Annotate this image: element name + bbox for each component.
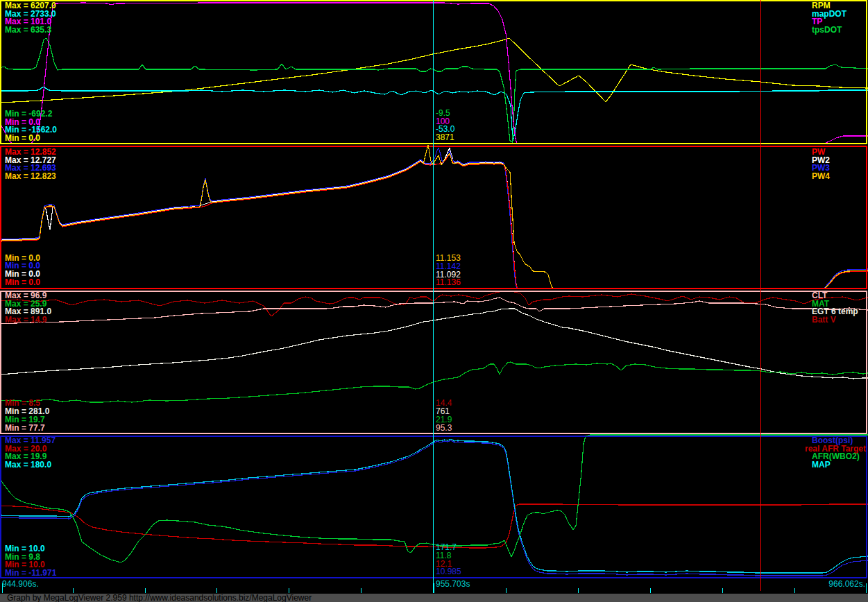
svg-text:MAP: MAP bbox=[812, 460, 831, 470]
svg-text:Max = 14.9: Max = 14.9 bbox=[5, 315, 47, 325]
svg-text:95.3: 95.3 bbox=[436, 423, 452, 433]
svg-text:Max = 12.823: Max = 12.823 bbox=[5, 171, 56, 181]
svg-text:3871: 3871 bbox=[436, 132, 454, 142]
svg-text:10.985: 10.985 bbox=[436, 567, 461, 576]
svg-text:Max = 180.0: Max = 180.0 bbox=[5, 460, 51, 470]
svg-text:Min = 77.7: Min = 77.7 bbox=[5, 423, 45, 433]
svg-text:PW4: PW4 bbox=[812, 171, 830, 181]
svg-text:955.703s: 955.703s bbox=[436, 579, 470, 589]
svg-text:Min = 0.0: Min = 0.0 bbox=[5, 133, 40, 143]
svg-text:tpsDOT: tpsDOT bbox=[812, 25, 842, 35]
svg-text:11.136: 11.136 bbox=[436, 277, 461, 287]
svg-text:Min = -11.971: Min = -11.971 bbox=[5, 568, 57, 578]
svg-text:966.062s.: 966.062s. bbox=[828, 579, 865, 589]
svg-text:944.906s.: 944.906s. bbox=[2, 579, 39, 589]
svg-text:Graph by MegaLogViewer 2.959 h: Graph by MegaLogViewer 2.959 http://www.… bbox=[7, 593, 312, 602]
svg-text:Max = 635.3: Max = 635.3 bbox=[5, 25, 51, 35]
svg-text:Batt V: Batt V bbox=[812, 315, 836, 325]
svg-text:Min = 0.0: Min = 0.0 bbox=[5, 277, 40, 287]
